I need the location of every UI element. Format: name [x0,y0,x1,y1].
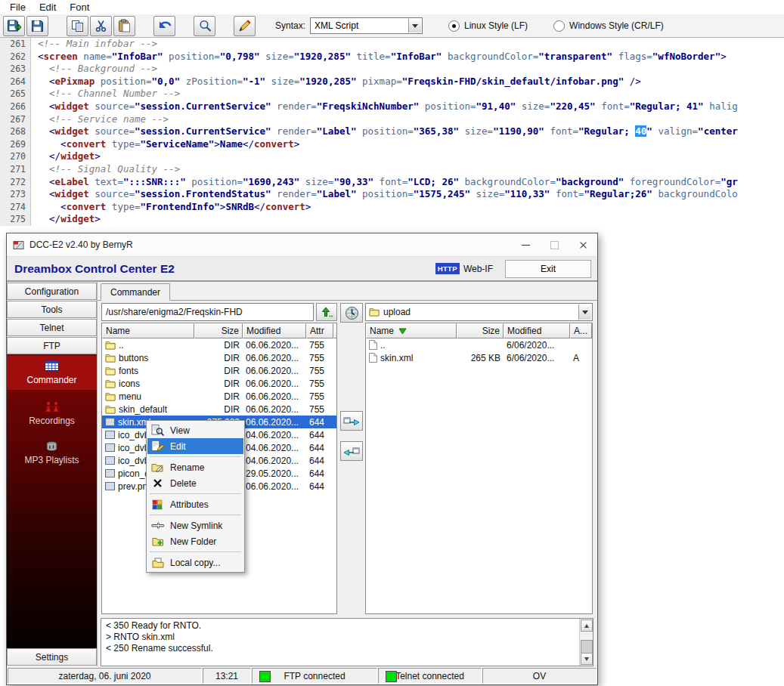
column-header-size[interactable]: Size [194,323,243,338]
file-attr: 755 [306,379,333,389]
maximize-button[interactable] [540,233,569,256]
line-number: 265 [0,88,31,100]
menu-item-new-folder[interactable]: New Folder [147,533,243,549]
file-row-menu[interactable]: menuDIR06.06.2020...755 [102,390,336,403]
cut-button[interactable] [90,16,112,36]
file-row-icons[interactable]: iconsDIR06.06.2020...755 [102,377,336,390]
close-button[interactable] [569,233,597,256]
editor-toolbar: Syntax: XML Script Linux Style (LF) Wind… [0,14,784,38]
code-line: 263 <!-- Background --> [0,63,784,76]
file-name: picon_d [118,468,150,479]
sidebar-item-ftp[interactable]: FTP [7,337,97,354]
sidebar-item-mp3-playlists[interactable]: MP3 Playlists [7,436,97,470]
http-badge[interactable]: HTTP [435,263,460,274]
up-directory-button[interactable] [316,303,337,321]
menu-edit[interactable]: Edit [33,0,63,14]
menu-item-rename[interactable]: Rename [147,459,243,475]
code-token [38,213,49,224]
file-row-skin-xml[interactable]: skin.xml265 KB6/06/2020...A [366,351,592,364]
code-line: 266 <widget source="session.CurrentServi… [0,100,784,113]
file-modified: 06.06.2020... [243,417,306,428]
scroll-down-icon[interactable] [581,653,593,665]
webif-label[interactable]: Web-IF [463,264,493,274]
code-token: position= [357,125,414,137]
folder-icon [105,379,116,388]
file-row--[interactable]: ..6/06/2020... [366,338,592,351]
code-token: > [95,213,101,224]
sidebar-item-commander[interactable]: Commander [7,356,97,390]
copy-button[interactable] [67,16,88,36]
path-input[interactable]: /usr/share/enigma2/Freqskin-FHD [101,303,314,321]
log-scrollbar[interactable] [579,619,593,666]
file-size: DIR [194,340,243,351]
code-token: render= [271,100,317,112]
column-header-a[interactable]: A... [570,323,592,338]
file-attr: 755 [306,353,333,363]
menu-item-view[interactable]: View [147,422,243,438]
ftp-log[interactable]: < 350 Ready for RNTO.> RNTO skin.xml< 25… [101,618,593,666]
scroll-up-icon[interactable] [581,620,593,632]
line-number: 273 [0,188,31,201]
local-folder-combobox[interactable]: upload [365,303,593,321]
column-header-name[interactable]: Name [366,323,457,338]
column-header-size[interactable]: Size [457,323,504,338]
file-row-fonts[interactable]: fontsDIR06.06.2020...755 [102,364,336,377]
window-titlebar[interactable]: DCC-E2 v2.40 by BernyR [7,233,597,257]
syntax-combobox[interactable]: XML Script [310,17,423,34]
menu-item-local-copy[interactable]: Local copy... [147,555,243,570]
syntax-settings-button[interactable] [234,16,256,36]
column-header-name[interactable]: Name [102,323,194,338]
sidebar-item-telnet[interactable]: Telnet [7,319,97,336]
code-token: "1190,90" [493,125,544,137]
file-row--[interactable]: ..DIR06.06.2020...755 [102,338,336,351]
sidebar-item-label: Recordings [7,416,97,426]
refresh-button[interactable] [340,303,363,323]
chevron-down-icon[interactable] [578,304,591,320]
radio-linux-style[interactable]: Linux Style (LF) [448,20,528,32]
minimize-button[interactable] [511,233,540,256]
file-name: ico_dvb [118,456,149,466]
save-button[interactable] [26,16,48,36]
file-modified: 06.06.2020... [243,353,306,363]
radio-windows-style[interactable]: Windows Style (CR/LF) [553,20,664,32]
sidebar-item-configuration[interactable]: Configuration [7,283,97,300]
menu-font[interactable]: Font [63,0,96,14]
exit-button[interactable]: Exit [505,260,591,278]
find-button[interactable] [194,16,215,36]
sidebar: ConfigurationToolsTelnetFTP CommanderRec… [7,282,98,666]
code-token: "1920,285" [294,51,351,62]
transfer-right-button[interactable] [340,411,363,431]
folder-icon [105,392,116,401]
line-number: 261 [0,38,31,51]
up-directory-icon [321,307,333,318]
menu-file[interactable]: File [3,0,33,14]
code-token: backgroundColor= [442,51,538,62]
transfer-left-button[interactable] [340,441,363,461]
tab-commander[interactable]: Commander [101,283,170,301]
paste-button[interactable] [113,16,135,36]
sidebar-item-recordings[interactable]: Recordings [7,397,97,431]
file-attr: 644 [306,468,333,479]
column-header-modified[interactable]: Modified [504,323,570,338]
file-attr: 755 [306,404,333,415]
menu-item-attributes[interactable]: Attributes [147,496,243,512]
chevron-down-icon[interactable] [408,19,421,32]
undo-button[interactable] [153,16,175,36]
menu-item-delete[interactable]: Delete [147,475,243,491]
refresh-icon [345,306,359,320]
sidebar-item-tools[interactable]: Tools [7,301,97,318]
column-header-modified[interactable]: Modified [243,323,306,338]
code-token: name= [78,51,112,62]
sidebar-item-settings[interactable]: Settings [7,648,97,666]
recordings-icon [44,401,60,413]
code-line: 272 <eLabel text=":::SNR:::" position="1… [0,176,784,189]
file-row-skin-default[interactable]: skin_defaultDIR06.06.2020...755 [102,403,336,416]
open-button[interactable] [3,16,25,36]
file-attr: 644 [306,456,333,466]
menu-item-edit[interactable]: Edit [147,438,243,454]
code-line-text: <!-- Channel Number --> [31,88,784,100]
file-row-buttons[interactable]: buttonsDIR06.06.2020...755 [102,351,336,364]
column-header-attr[interactable]: Attr [306,323,333,338]
code-line-text: </widget> [31,150,784,163]
menu-item-new-symlink[interactable]: New Symlink [147,518,243,533]
